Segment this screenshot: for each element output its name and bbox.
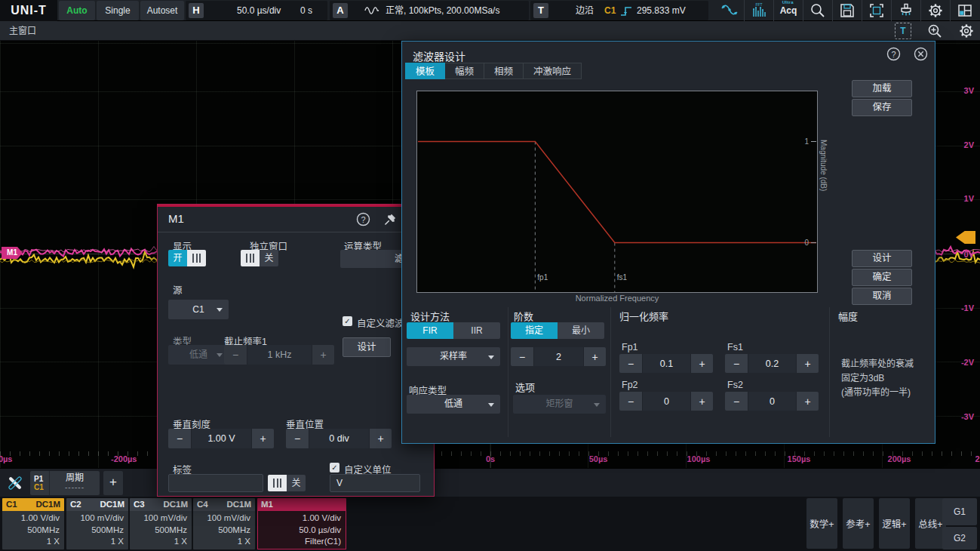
cutoff-increase-button[interactable]: +: [312, 345, 334, 365]
response-type-dropdown[interactable]: 低通: [407, 395, 500, 414]
channel-tile-C3[interactable]: C3DC1M100 mV/div500MHz1 X: [130, 498, 192, 549]
display-settings-gear-icon[interactable]: [958, 23, 975, 39]
fir-option[interactable]: FIR: [407, 322, 453, 339]
display-toggle[interactable]: 开: [168, 250, 206, 266]
add-button-参考[interactable]: 参考+: [843, 498, 874, 549]
order-stepper: − 2 +: [511, 347, 606, 366]
tab-相频[interactable]: 相频: [484, 63, 524, 79]
load-button[interactable]: 加载: [852, 80, 912, 97]
fp2-label: Fp2: [622, 380, 638, 390]
channel-coupling: DC1M: [100, 498, 124, 511]
independent-window-toggle[interactable]: 关: [241, 250, 278, 266]
svg-text:fp1: fp1: [537, 273, 548, 282]
tab-冲激响应[interactable]: 冲激响应: [524, 63, 582, 79]
close-icon[interactable]: [913, 46, 928, 61]
order-decrease-button[interactable]: −: [511, 347, 533, 366]
fs1-decrease-button[interactable]: −: [725, 354, 748, 373]
order-value[interactable]: 2: [533, 347, 583, 366]
order-specified-option[interactable]: 指定: [511, 322, 558, 339]
fs2-decrease-button[interactable]: −: [725, 392, 748, 411]
order-increase-button[interactable]: +: [583, 347, 606, 366]
tab-模板[interactable]: 模板: [405, 63, 445, 79]
fs1-increase-button[interactable]: +: [796, 354, 819, 373]
source-dropdown[interactable]: C1: [168, 300, 229, 319]
design-button[interactable]: 设计: [852, 250, 912, 267]
design-method-label: 设计方法: [410, 309, 450, 323]
trigger-panel[interactable]: T 边沿 C1 295.833 mV: [530, 1, 708, 20]
vscale-increase-button[interactable]: +: [251, 429, 274, 448]
channel-tile-C1[interactable]: C1DC1M1.00 V/div500MHz1 X: [2, 498, 64, 549]
cancel-button[interactable]: 取消: [852, 288, 912, 305]
vpos-decrease-button[interactable]: −: [286, 429, 309, 448]
cutoff-frequency-stepper: − 1 kHz +: [224, 345, 334, 365]
fp2-increase-button[interactable]: +: [690, 392, 713, 411]
samplerate-dropdown[interactable]: 采样率: [407, 347, 500, 366]
measurement-p1-chip[interactable]: P1 C1 周期 ------: [30, 471, 100, 495]
search-icon[interactable]: [803, 0, 832, 21]
help-icon[interactable]: ?: [886, 46, 901, 61]
vscale-decrease-button[interactable]: −: [168, 429, 191, 448]
ok-button[interactable]: 确定: [852, 269, 912, 286]
window-title: 主窗口: [9, 21, 36, 41]
iir-option[interactable]: IIR: [453, 322, 500, 339]
measure-tools-icon[interactable]: [5, 473, 25, 493]
help-icon[interactable]: ?: [355, 211, 370, 226]
run-state-button[interactable]: Auto: [59, 1, 95, 20]
add-button-数学[interactable]: 数学+: [806, 498, 837, 549]
fs1-value[interactable]: 0.2: [748, 354, 796, 373]
unit-input[interactable]: V: [330, 474, 420, 492]
order-minimum-option[interactable]: 最小: [558, 322, 604, 339]
clear-icon[interactable]: [891, 0, 920, 21]
svg-text:fs1: fs1: [617, 273, 628, 282]
group-button-G2[interactable]: G2: [942, 527, 977, 549]
fp1-decrease-button[interactable]: −: [619, 354, 642, 373]
fs1-label: Fs1: [727, 342, 743, 352]
waveform-points-icon[interactable]: [714, 0, 744, 21]
vpos-increase-button[interactable]: +: [369, 429, 392, 448]
trigger-level-arrow[interactable]: [956, 231, 975, 244]
screenshot-icon[interactable]: [862, 0, 891, 21]
cutoff-decrease-button[interactable]: −: [224, 345, 247, 365]
window-type-dropdown[interactable]: 矩形窗: [513, 395, 606, 414]
add-measurement-button[interactable]: +: [103, 471, 123, 495]
v-axis-label: -2V: [944, 358, 974, 367]
add-button-逻辑[interactable]: 逻辑+: [879, 498, 910, 549]
text-annotation-icon[interactable]: T: [895, 23, 911, 39]
vpos-value[interactable]: 0 div: [309, 429, 369, 448]
channel-tile-C2[interactable]: C2DC1M100 mV/div500MHz1 X: [66, 498, 128, 549]
horizontal-panel[interactable]: H 50.0 µs/div 0 s: [186, 1, 327, 20]
m1-channel-marker[interactable]: M1: [2, 247, 23, 259]
acquire-panel[interactable]: A 正常, 100kPts, 200.00MSa/s: [330, 1, 529, 20]
fp1-increase-button[interactable]: +: [690, 354, 713, 373]
channel-info-row: 500MHz: [193, 525, 250, 537]
filter-type-dropdown[interactable]: 低通: [168, 345, 229, 365]
custom-unit-checkbox[interactable]: ✓: [330, 463, 339, 473]
vscale-value[interactable]: 1.00 V: [191, 429, 251, 448]
window-layout-icon[interactable]: [950, 0, 979, 21]
custom-filter-checkbox[interactable]: ✓: [343, 316, 352, 326]
pin-icon[interactable]: [382, 211, 398, 226]
single-button[interactable]: Single: [97, 1, 139, 20]
tab-幅频[interactable]: 幅频: [445, 63, 484, 79]
fp2-decrease-button[interactable]: −: [619, 392, 642, 411]
channel-tile-C4[interactable]: C4DC1M100 mV/div500MHz1 X: [193, 498, 255, 549]
cutoff-value[interactable]: 1 kHz: [247, 345, 312, 365]
ultra-acq-icon[interactable]: UltraAcq: [773, 0, 803, 21]
add-button-总线[interactable]: 总线+: [915, 498, 946, 549]
fp2-value[interactable]: 0: [642, 392, 690, 411]
fft-icon[interactable]: FFT: [744, 0, 773, 21]
autoset-button[interactable]: Autoset: [140, 1, 184, 20]
save-icon[interactable]: [832, 0, 862, 21]
save-button[interactable]: 保存: [852, 99, 912, 116]
label-input[interactable]: [168, 474, 263, 492]
design-button[interactable]: 设计: [343, 337, 391, 357]
settings-icon[interactable]: [920, 0, 950, 21]
acquire-a-badge: A: [333, 3, 348, 18]
fp1-value[interactable]: 0.1: [642, 354, 690, 373]
fs2-increase-button[interactable]: +: [796, 392, 819, 411]
group-button-G1[interactable]: G1: [942, 498, 977, 525]
zoom-in-icon[interactable]: [926, 23, 943, 39]
label-toggle[interactable]: 关: [268, 475, 306, 491]
channel-tile-M1[interactable]: M11.00 V/div50.0 µs/divFilter(C1): [257, 498, 346, 549]
fs2-value[interactable]: 0: [748, 392, 796, 411]
